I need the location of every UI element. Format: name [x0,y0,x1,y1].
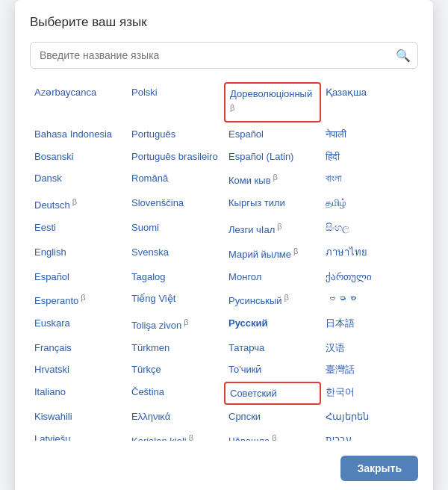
list-item[interactable]: 汉语 [321,338,418,359]
list-item[interactable]: Tagalog [127,267,224,288]
list-item[interactable]: Polski [127,82,224,122]
list-item[interactable]: То'чикӣ [224,359,321,380]
list-item[interactable]: Лезги чIал β [224,217,321,241]
list-item[interactable]: Հայերեն [321,406,418,427]
list-item[interactable]: Suomi [127,217,224,241]
list-item[interactable]: Татарча [224,338,321,359]
list-item[interactable]: Bosanski [30,146,127,167]
list-item[interactable]: नेपाली [321,124,418,145]
list-item[interactable]: Português brasileiro [127,146,224,167]
modal-footer: Закрыть [30,456,418,481]
list-item[interactable]: 한국어 [321,382,418,406]
search-input[interactable] [30,42,418,69]
list-item[interactable]: Русинськый β [224,288,321,311]
list-item[interactable]: Коми кыв β [224,168,321,191]
list-item[interactable]: Deutsch β [30,193,127,216]
list-item[interactable]: Türkmen [127,338,224,359]
list-item[interactable]: Қазақша [321,82,418,122]
modal-title: Выберите ваш язык [30,15,418,30]
list-item[interactable]: Karjalan kieli β [127,429,224,441]
list-item[interactable]: Azərbaycanca [30,82,127,122]
list-item[interactable]: Hrvatski [30,359,127,380]
list-item[interactable]: 日本語 [321,313,418,336]
list-item[interactable]: Tolişa zivon β [127,313,224,336]
list-item[interactable]: Монгол [224,267,321,288]
list-item[interactable]: Français [30,338,127,359]
list-item[interactable]: עברית [321,429,418,441]
list-item[interactable]: Кыргыз тили [224,193,321,216]
list-item[interactable]: ภาษาไทย [321,242,418,265]
list-item[interactable]: Ελληνικά [127,406,224,427]
list-item[interactable]: English [30,242,127,265]
languages-grid: AzərbaycancaPolskiДореволюціонный βҚазақ… [30,82,418,441]
list-item[interactable]: Español (Latin) [224,146,321,167]
list-item[interactable]: Kiswahili [30,406,127,427]
list-item[interactable]: සිංහල [321,217,418,241]
list-item[interactable]: Српски [224,406,321,427]
list-item[interactable]: Latviešu [30,429,127,441]
list-item[interactable]: Română [127,168,224,191]
list-item[interactable]: Italiano [30,382,127,406]
list-item[interactable]: Марий йылме β [224,242,321,265]
list-item[interactable]: Дореволюціонный β [224,82,321,122]
close-button[interactable]: Закрыть [340,456,418,481]
list-item[interactable]: Русский [224,313,321,336]
list-item[interactable]: Чăвашла β [224,429,321,441]
list-item[interactable]: Bahasa Indonesia [30,124,127,145]
language-select-modal: Выберите ваш язык 🔍 AzərbaycancaPolskiДо… [15,0,433,490]
search-container: 🔍 [30,42,418,69]
list-item[interactable]: Советский [224,382,321,406]
list-item[interactable]: Dansk [30,168,127,191]
list-item[interactable]: Türkçe [127,359,224,380]
list-item[interactable]: 臺灣話 [321,359,418,380]
list-item[interactable]: Eesti [30,217,127,241]
list-item[interactable]: Tiếng Việt [127,288,224,311]
list-item[interactable]: বাংলা [321,168,418,191]
list-item[interactable]: Español [224,124,321,145]
list-item[interactable]: Esperanto β [30,288,127,311]
list-item[interactable]: ქართული [321,267,418,288]
list-item[interactable]: தமிழ் [321,193,418,216]
list-item[interactable]: Svenska [127,242,224,265]
list-item[interactable]: Euskara [30,313,127,336]
search-icon: 🔍 [396,49,411,63]
list-item[interactable]: Português [127,124,224,145]
list-item[interactable]: Español [30,267,127,288]
list-item[interactable]: हिंदी [321,146,418,167]
list-item[interactable]: Slovenščina [127,193,224,216]
list-item[interactable]: ဗမာစာ [321,288,418,311]
list-item[interactable]: Čeština [127,382,224,406]
